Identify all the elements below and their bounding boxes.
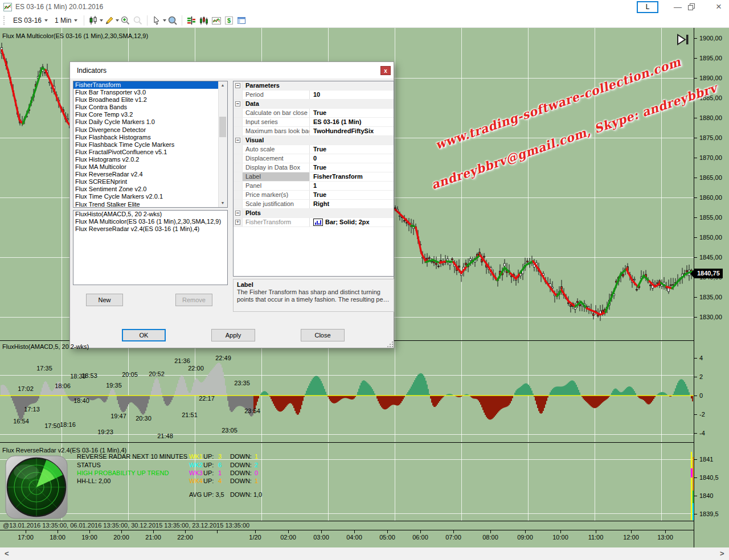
indicator-list-item[interactable]: Flux Histograms v2.0.2 bbox=[73, 156, 227, 163]
candlestick-style-button[interactable] bbox=[87, 15, 100, 27]
panel-window-button[interactable] bbox=[235, 15, 248, 27]
property-value[interactable]: 1 bbox=[310, 182, 394, 190]
property-value-text: 10 bbox=[313, 90, 320, 99]
scroll-up-icon[interactable]: ▲ bbox=[219, 81, 227, 89]
price-axis-tick bbox=[694, 138, 697, 138]
close-button[interactable]: Close bbox=[301, 329, 345, 341]
property-value[interactable]: FisherTransform bbox=[310, 172, 394, 181]
mini-chart-button[interactable] bbox=[210, 15, 223, 27]
property-value[interactable]: True bbox=[310, 163, 394, 172]
property-value[interactable]: True bbox=[310, 191, 394, 199]
link-button[interactable]: L bbox=[637, 1, 658, 13]
new-button[interactable]: New bbox=[86, 294, 123, 306]
indicator-list-item[interactable]: Flux Flashback Histograms bbox=[73, 134, 227, 141]
interval-selector[interactable]: 1 Min bbox=[51, 15, 81, 26]
property-row[interactable]: +FisherTransformBar; Solid; 2px bbox=[234, 218, 394, 227]
property-row[interactable]: Display in Data BoxTrue bbox=[234, 163, 394, 172]
indicator-list-item[interactable]: Flux Daily Cycle Markers 1.0 bbox=[73, 118, 227, 126]
property-value[interactable]: Bar; Solid; 2px bbox=[310, 218, 394, 227]
panel-separator[interactable] bbox=[0, 442, 694, 443]
configured-indicator-item[interactable]: Flux MA Multicolor(ES 03-16 (1 Min),2,30… bbox=[73, 218, 227, 225]
dialog-resize-grip[interactable] bbox=[387, 341, 393, 347]
chart-bars-button[interactable] bbox=[198, 15, 210, 27]
apply-button[interactable]: Apply bbox=[211, 329, 255, 341]
property-value[interactable]: Right bbox=[310, 200, 394, 208]
property-row[interactable]: Displacement0 bbox=[234, 154, 394, 163]
property-row[interactable]: Input seriesES 03-16 (1 Min) bbox=[234, 118, 394, 127]
indicator-list-item[interactable]: Flux Core Temp v3.2 bbox=[73, 111, 227, 118]
cursor-button[interactable] bbox=[150, 15, 163, 27]
indicator-list-item[interactable]: Flux MA Multicolor bbox=[73, 163, 227, 171]
close-window-button[interactable]: × bbox=[708, 0, 729, 14]
property-row[interactable]: Period10 bbox=[234, 90, 394, 100]
ok-button[interactable]: OK bbox=[122, 329, 166, 341]
indicator-list-item[interactable]: Flux Time Cycle Markers v2.0.1 bbox=[73, 193, 227, 200]
price-axis[interactable]: 1900,001895,001890,001885,001880,001875,… bbox=[694, 28, 729, 547]
property-row[interactable]: Panel1 bbox=[234, 182, 394, 191]
expand-icon[interactable]: + bbox=[235, 220, 240, 225]
remove-button[interactable]: Remove bbox=[175, 294, 212, 306]
restore-button[interactable] bbox=[688, 3, 708, 10]
toolbar-grip[interactable] bbox=[3, 16, 6, 25]
indicator-list-item[interactable]: Flux Broadhead Elite v1.2 bbox=[73, 96, 227, 104]
configured-indicators-list[interactable]: FluxHisto(AMACD,5, 20 2-wks)Flux MA Mult… bbox=[73, 210, 228, 285]
property-value[interactable]: ES 03-16 (1 Min) bbox=[310, 118, 394, 126]
scroll-down-icon[interactable]: ▼ bbox=[219, 199, 227, 207]
indicator-list-item[interactable]: Flux ReverseRadar v2.4 bbox=[73, 171, 227, 178]
zoom-out-button[interactable] bbox=[132, 15, 144, 27]
indicator-list-item[interactable]: Flux Divergence Detector bbox=[73, 126, 227, 134]
property-value[interactable]: TwoHundredFiftySix bbox=[310, 127, 394, 135]
market-analyzer-button[interactable] bbox=[185, 15, 198, 27]
drawing-tools-button[interactable] bbox=[103, 15, 116, 27]
radar-scale-bar bbox=[691, 468, 693, 477]
scrollbar-thumb[interactable] bbox=[219, 117, 226, 137]
horizontal-scrollbar[interactable]: < > bbox=[0, 547, 729, 560]
indicator-list-item[interactable]: FisherTransform bbox=[73, 81, 227, 89]
scroll-right-arrow[interactable]: > bbox=[720, 549, 724, 558]
property-row[interactable]: Calculate on bar closeTrue bbox=[234, 109, 394, 118]
property-value[interactable]: 10 bbox=[310, 90, 394, 99]
indicator-list-item[interactable]: Flux FractalPivotConfluence v5.1 bbox=[73, 149, 227, 156]
property-category-row[interactable]: −Parameters bbox=[234, 81, 394, 90]
property-row[interactable]: Maximum bars look bacTwoHundredFiftySix bbox=[234, 127, 394, 136]
time-axis-label: 08:00 bbox=[482, 534, 498, 541]
zoom-in-icon bbox=[120, 15, 130, 26]
property-category-row[interactable]: −Visual bbox=[234, 136, 394, 145]
property-value[interactable]: True bbox=[310, 145, 394, 154]
property-category-row[interactable]: −Plots bbox=[234, 209, 394, 218]
property-row[interactable]: LabelFisherTransform bbox=[234, 172, 394, 182]
list-scrollbar[interactable]: ▲ ▼ bbox=[218, 81, 227, 207]
scroll-left-arrow[interactable]: < bbox=[5, 549, 9, 558]
instrument-selector[interactable]: ES 03-16 bbox=[10, 15, 51, 26]
configured-indicator-item[interactable]: Flux ReverseRadar v2.4(ES 03-16 (1 Min),… bbox=[73, 225, 227, 233]
property-value[interactable]: True bbox=[310, 109, 394, 117]
configured-indicator-item[interactable]: FluxHisto(AMACD,5, 20 2-wks) bbox=[73, 211, 227, 218]
histogram-axis-tick bbox=[694, 396, 697, 396]
indicator-list-item[interactable]: Flux Sentiment Zone v2.0 bbox=[73, 186, 227, 193]
data-magnifier-button[interactable] bbox=[166, 15, 179, 27]
property-row[interactable]: Auto scaleTrue bbox=[234, 145, 394, 154]
histogram-panel-canvas[interactable] bbox=[0, 341, 694, 442]
property-value[interactable]: 0 bbox=[310, 154, 394, 163]
collapse-icon[interactable]: − bbox=[235, 211, 240, 216]
indicator-list-item[interactable]: Flux Trend Stalker Elite bbox=[73, 201, 227, 208]
collapse-icon[interactable]: − bbox=[235, 83, 240, 88]
property-row[interactable]: Price marker(s)True bbox=[234, 191, 394, 200]
property-category-row[interactable]: −Data bbox=[234, 100, 394, 109]
collapse-icon[interactable]: − bbox=[235, 138, 240, 143]
indicator-list-item[interactable]: Flux Bar Transporter v3.0 bbox=[73, 89, 227, 96]
available-indicators-list[interactable]: FisherTransformFlux Bar Transporter v3.0… bbox=[73, 81, 228, 208]
zoom-in-button[interactable] bbox=[119, 15, 132, 27]
collapse-icon[interactable]: − bbox=[235, 101, 240, 106]
property-row[interactable]: Scale justificationRight bbox=[234, 200, 394, 209]
dialog-titlebar[interactable]: Indicators x bbox=[70, 62, 394, 79]
dialog-close-button[interactable]: x bbox=[380, 66, 391, 75]
indicator-list-item[interactable]: Flux SCREENprint bbox=[73, 178, 227, 186]
minimize-button[interactable]: — bbox=[667, 0, 688, 14]
property-grid[interactable]: −ParametersPeriod10−DataCalculate on bar… bbox=[233, 81, 394, 277]
indicator-list-item[interactable]: Flux Contra Bands bbox=[73, 104, 227, 111]
replay-step-button[interactable] bbox=[675, 32, 691, 47]
indicator-list-item[interactable]: Flux Flashback Time Cycle Markers bbox=[73, 141, 227, 149]
row-indent bbox=[234, 145, 243, 154]
account-dollar-button[interactable]: $ bbox=[223, 15, 235, 27]
